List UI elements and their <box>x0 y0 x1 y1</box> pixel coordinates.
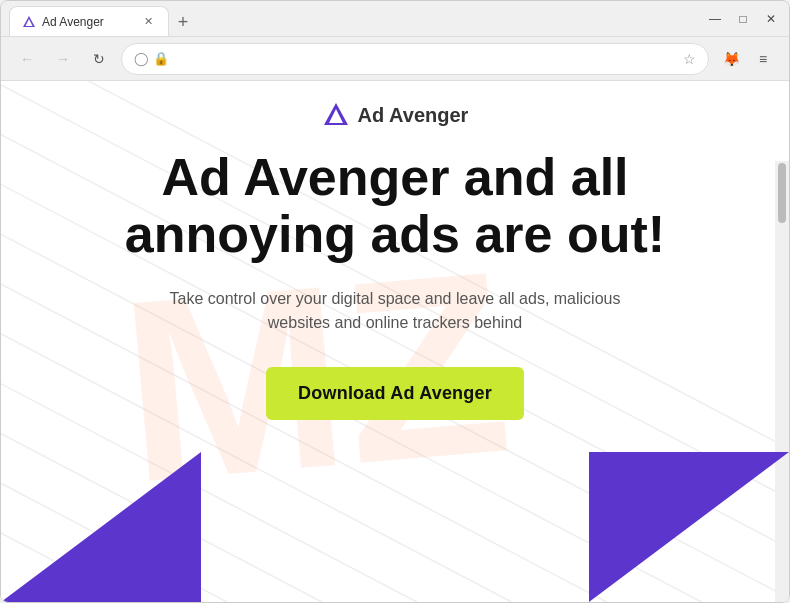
active-tab[interactable]: Ad Avenger ✕ <box>9 6 169 36</box>
bookmark-icon[interactable]: ☆ <box>683 51 696 67</box>
maximize-button[interactable]: □ <box>733 9 753 29</box>
triangle-left-decoration <box>1 452 201 602</box>
back-button[interactable]: ← <box>13 45 41 73</box>
tab-favicon <box>22 15 36 29</box>
close-button[interactable]: ✕ <box>761 9 781 29</box>
logo-icon <box>322 101 350 129</box>
triangle-right-decoration <box>589 452 789 602</box>
window-controls: — □ ✕ <box>705 9 781 29</box>
hero-title: Ad Avenger and all annoying ads are out! <box>85 149 705 263</box>
page-main-content: Ad Avenger Ad Avenger and all annoying a… <box>1 81 789 420</box>
hero-subtitle: Take control over your digital space and… <box>155 287 635 335</box>
forward-button[interactable]: → <box>49 45 77 73</box>
reload-button[interactable]: ↻ <box>85 45 113 73</box>
nav-bar: ← → ↻ ◯ 🔒 ☆ 🦊 ≡ <box>1 37 789 81</box>
new-tab-button[interactable]: + <box>169 8 197 36</box>
download-button[interactable]: Download Ad Avenger <box>266 367 524 420</box>
menu-button[interactable]: ≡ <box>749 45 777 73</box>
firefox-icon[interactable]: 🦊 <box>717 45 745 73</box>
page-inner: MZ Ad Avenger Ad Avenger and all annoyin… <box>1 81 789 602</box>
minimize-button[interactable]: — <box>705 9 725 29</box>
shield-icon: ◯ <box>134 51 149 66</box>
browser-window: Ad Avenger ✕ + — □ ✕ ← → ↻ ◯ 🔒 ☆ 🦊 ≡ <box>0 0 790 603</box>
logo-area: Ad Avenger <box>322 101 469 129</box>
tab-close-button[interactable]: ✕ <box>140 14 156 30</box>
tab-title: Ad Avenger <box>42 15 104 29</box>
address-bar[interactable]: ◯ 🔒 ☆ <box>121 43 709 75</box>
tab-bar: Ad Avenger ✕ + <box>9 1 697 36</box>
title-bar: Ad Avenger ✕ + — □ ✕ <box>1 1 789 37</box>
address-security-icons: ◯ 🔒 <box>134 51 169 66</box>
logo-text: Ad Avenger <box>358 104 469 127</box>
nav-right-controls: 🦊 ≡ <box>717 45 777 73</box>
lock-icon: 🔒 <box>153 51 169 66</box>
page-content: MZ Ad Avenger Ad Avenger and all annoyin… <box>1 81 789 602</box>
